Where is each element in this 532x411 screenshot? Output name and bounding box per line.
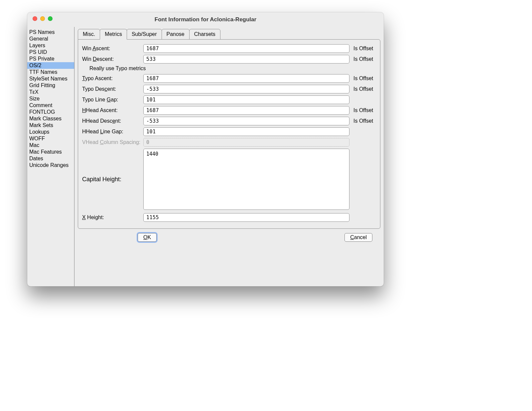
- sidebar-item[interactable]: TTF Names: [27, 69, 74, 75]
- hhead-linegap-label: HHead Line Gap:: [82, 129, 142, 135]
- sidebar-item[interactable]: PS Private: [27, 56, 74, 62]
- typo-descent-offset-label[interactable]: Is Offset: [351, 86, 376, 92]
- hhead-descent-input[interactable]: [143, 117, 349, 125]
- x-height-input[interactable]: [143, 213, 349, 222]
- typo-linegap-label: Typo Line Gap:: [82, 97, 142, 103]
- sidebar-item[interactable]: StyleSet Names: [27, 75, 74, 82]
- tab[interactable]: Panose: [162, 29, 190, 40]
- sidebar-item[interactable]: PS UID: [27, 49, 74, 56]
- zoom-icon[interactable]: [48, 16, 53, 21]
- vhead-colspacing-label: VHead Column Spacing:: [82, 139, 142, 145]
- win-ascent-label: Win Ascent:: [82, 46, 142, 52]
- sidebar-item[interactable]: OS/2: [27, 62, 74, 69]
- x-height-label: X Height:: [82, 214, 142, 220]
- typo-descent-label: Typo Descent:: [82, 86, 142, 92]
- dialog-window: Font Information for Aclonica-Regular PS…: [27, 12, 384, 286]
- tab-bar: Misc.MetricsSub/SuperPanoseCharsets: [78, 29, 380, 40]
- minimize-icon[interactable]: [40, 16, 45, 21]
- win-ascent-offset-label[interactable]: Is Offset: [351, 46, 376, 52]
- sidebar-item[interactable]: Mac Features: [27, 149, 74, 155]
- win-descent-offset-label[interactable]: Is Offset: [351, 56, 376, 62]
- win-ascent-input[interactable]: [143, 44, 349, 53]
- sidebar-item[interactable]: WOFF: [27, 135, 74, 142]
- typo-ascent-input[interactable]: [143, 74, 349, 83]
- sidebar-item[interactable]: Lookups: [27, 129, 74, 135]
- cancel-button[interactable]: Cancel: [344, 233, 372, 242]
- titlebar: Font Information for Aclonica-Regular: [27, 12, 384, 27]
- tab[interactable]: Sub/Super: [127, 29, 162, 40]
- hhead-ascent-offset-label[interactable]: Is Offset: [351, 107, 376, 113]
- sidebar-item[interactable]: FONTLOG: [27, 109, 74, 115]
- hhead-descent-offset-label[interactable]: Is Offset: [351, 118, 376, 124]
- category-sidebar: PS NamesGeneralLayersPS UIDPS PrivateOS/…: [27, 27, 74, 286]
- typo-descent-input[interactable]: [143, 85, 349, 93]
- window-title: Font Information for Aclonica-Regular: [155, 16, 256, 23]
- main-panel: Misc.MetricsSub/SuperPanoseCharsets Win …: [74, 27, 384, 286]
- capital-height-label: Capital Height:: [82, 176, 142, 183]
- typo-ascent-label: Typo Ascent:: [82, 75, 142, 81]
- dialog-footer: OK Cancel: [78, 229, 380, 246]
- hhead-descent-label: HHead Descent:: [82, 118, 142, 124]
- ok-button[interactable]: OK: [138, 233, 157, 242]
- vhead-colspacing-input: [143, 138, 349, 147]
- tab[interactable]: Charsets: [189, 29, 220, 40]
- metrics-panel: Win Ascent: Is Offset Win Descent: Is Of…: [78, 39, 380, 229]
- sidebar-item[interactable]: Unicode Ranges: [27, 162, 74, 169]
- sidebar-item[interactable]: Size: [27, 95, 74, 102]
- sidebar-item[interactable]: Layers: [27, 42, 74, 49]
- typo-ascent-offset-label[interactable]: Is Offset: [351, 75, 376, 81]
- hhead-ascent-input[interactable]: [143, 106, 349, 115]
- hhead-ascent-label: HHead Ascent:: [82, 107, 142, 113]
- really-use-typo-checkbox[interactable]: Really use Typo metrics: [82, 66, 376, 71]
- typo-linegap-input[interactable]: [143, 95, 349, 104]
- sidebar-item[interactable]: Mac: [27, 142, 74, 149]
- window-controls: [33, 16, 53, 21]
- sidebar-item[interactable]: Grid Fitting: [27, 82, 74, 89]
- sidebar-item[interactable]: Mark Classes: [27, 115, 74, 122]
- close-icon[interactable]: [33, 16, 37, 21]
- win-descent-input[interactable]: [143, 55, 349, 64]
- win-descent-label: Win Descent:: [82, 56, 142, 62]
- capital-height-input[interactable]: 1440: [143, 149, 349, 210]
- sidebar-item[interactable]: Dates: [27, 155, 74, 162]
- hhead-linegap-input[interactable]: [143, 127, 349, 136]
- tab[interactable]: Misc.: [78, 29, 100, 40]
- sidebar-item[interactable]: Comment: [27, 102, 74, 109]
- sidebar-item[interactable]: PS Names: [27, 29, 74, 36]
- tab[interactable]: Metrics: [100, 29, 127, 40]
- sidebar-item[interactable]: Mark Sets: [27, 122, 74, 129]
- sidebar-item[interactable]: TεX: [27, 89, 74, 95]
- sidebar-item[interactable]: General: [27, 36, 74, 42]
